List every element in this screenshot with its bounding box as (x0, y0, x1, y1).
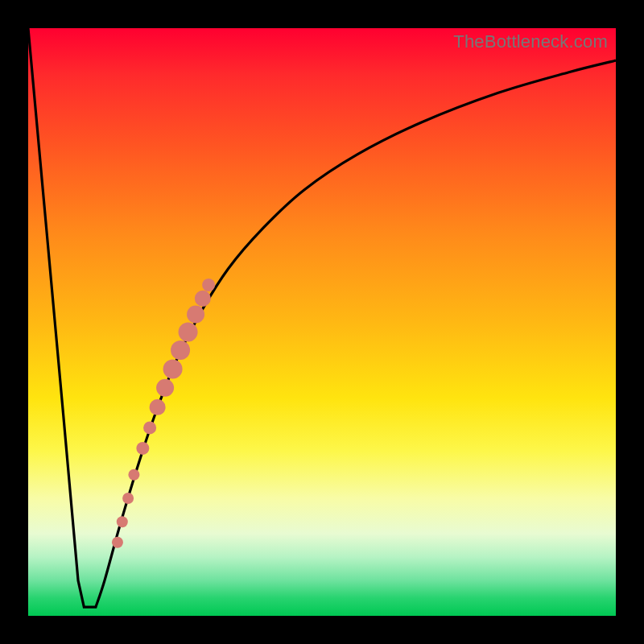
marker-dot (128, 469, 139, 481)
chart-frame: TheBottleneck.com (0, 0, 644, 644)
marker-dot (143, 421, 156, 434)
marker-dot (112, 537, 123, 548)
marker-dot (179, 322, 198, 341)
marker-dot (136, 442, 149, 455)
marker-dot (202, 279, 215, 291)
marker-dots (112, 279, 215, 548)
marker-dot (187, 306, 204, 324)
marker-dot (195, 291, 211, 307)
marker-dot (163, 359, 183, 378)
marker-dot (171, 341, 190, 360)
marker-dot (156, 379, 174, 397)
marker-dot (117, 516, 128, 527)
chart-svg (28, 28, 616, 616)
marker-dot (150, 399, 166, 415)
bottleneck-curve (28, 28, 616, 607)
marker-dot (122, 493, 134, 504)
plot-area: TheBottleneck.com (28, 28, 616, 616)
